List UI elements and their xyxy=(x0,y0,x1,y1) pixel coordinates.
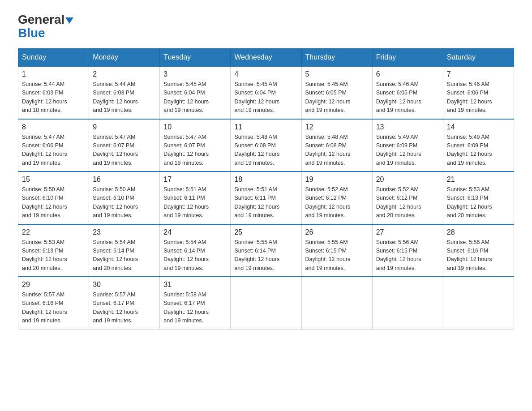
day-info: Sunrise: 5:57 AMSunset: 6:16 PMDaylight:… xyxy=(22,291,67,324)
day-number: 12 xyxy=(305,123,369,131)
calendar-cell: 31 Sunrise: 5:58 AMSunset: 6:17 PMDaylig… xyxy=(160,277,231,329)
calendar-cell: 17 Sunrise: 5:51 AMSunset: 6:11 PMDaylig… xyxy=(160,171,231,224)
day-number: 31 xyxy=(163,281,227,289)
calendar-cell xyxy=(443,277,514,329)
day-number: 2 xyxy=(93,70,156,78)
weekday-header-thursday: Thursday xyxy=(301,49,372,67)
day-number: 4 xyxy=(234,70,297,78)
calendar-cell: 5 Sunrise: 5:45 AMSunset: 6:05 PMDayligh… xyxy=(301,66,372,119)
day-number: 1 xyxy=(22,70,85,78)
calendar-cell: 22 Sunrise: 5:53 AMSunset: 6:13 PMDaylig… xyxy=(18,224,89,277)
calendar-cell: 29 Sunrise: 5:57 AMSunset: 6:16 PMDaylig… xyxy=(18,277,89,329)
day-info: Sunrise: 5:54 AMSunset: 6:14 PMDaylight:… xyxy=(163,239,209,271)
calendar-cell: 10 Sunrise: 5:47 AMSunset: 6:07 PMDaylig… xyxy=(160,119,231,172)
day-number: 23 xyxy=(93,228,156,236)
calendar-cell: 21 Sunrise: 5:53 AMSunset: 6:13 PMDaylig… xyxy=(443,171,514,224)
day-number: 27 xyxy=(376,228,439,236)
page-header: General Blue xyxy=(18,13,514,39)
day-info: Sunrise: 5:49 AMSunset: 6:09 PMDaylight:… xyxy=(376,134,421,166)
day-info: Sunrise: 5:45 AMSunset: 6:04 PMDaylight:… xyxy=(234,81,279,113)
day-info: Sunrise: 5:55 AMSunset: 6:14 PMDaylight:… xyxy=(234,239,279,271)
calendar-cell: 8 Sunrise: 5:47 AMSunset: 6:06 PMDayligh… xyxy=(18,119,89,172)
day-info: Sunrise: 5:56 AMSunset: 6:16 PMDaylight:… xyxy=(447,239,492,271)
day-info: Sunrise: 5:48 AMSunset: 6:08 PMDaylight:… xyxy=(234,134,279,166)
day-number: 28 xyxy=(447,228,510,236)
calendar-cell: 4 Sunrise: 5:45 AMSunset: 6:04 PMDayligh… xyxy=(231,66,301,119)
day-info: Sunrise: 5:52 AMSunset: 6:12 PMDaylight:… xyxy=(376,186,421,218)
calendar-cell: 3 Sunrise: 5:45 AMSunset: 6:04 PMDayligh… xyxy=(160,66,231,119)
logo-general: General xyxy=(18,13,73,26)
calendar-cell: 13 Sunrise: 5:49 AMSunset: 6:09 PMDaylig… xyxy=(372,119,443,172)
calendar-table: SundayMondayTuesdayWednesdayThursdayFrid… xyxy=(18,48,514,330)
day-number: 30 xyxy=(93,281,156,289)
day-number: 22 xyxy=(22,228,85,236)
logo-blue: Blue xyxy=(18,27,45,39)
week-row-2: 8 Sunrise: 5:47 AMSunset: 6:06 PMDayligh… xyxy=(18,119,514,172)
calendar-cell: 7 Sunrise: 5:46 AMSunset: 6:06 PMDayligh… xyxy=(443,66,514,119)
day-number: 8 xyxy=(22,123,85,131)
day-number: 20 xyxy=(376,176,439,184)
weekday-header-saturday: Saturday xyxy=(443,49,514,67)
day-info: Sunrise: 5:47 AMSunset: 6:06 PMDaylight:… xyxy=(22,134,67,166)
day-info: Sunrise: 5:53 AMSunset: 6:13 PMDaylight:… xyxy=(22,239,67,271)
day-info: Sunrise: 5:47 AMSunset: 6:07 PMDaylight:… xyxy=(93,134,138,166)
weekday-header-sunday: Sunday xyxy=(18,49,89,67)
calendar-cell: 15 Sunrise: 5:50 AMSunset: 6:10 PMDaylig… xyxy=(18,171,89,224)
calendar-cell: 19 Sunrise: 5:52 AMSunset: 6:12 PMDaylig… xyxy=(301,171,372,224)
day-number: 9 xyxy=(93,123,156,131)
calendar-cell: 18 Sunrise: 5:51 AMSunset: 6:11 PMDaylig… xyxy=(231,171,301,224)
day-number: 3 xyxy=(163,70,227,78)
day-number: 29 xyxy=(22,281,85,289)
day-info: Sunrise: 5:47 AMSunset: 6:07 PMDaylight:… xyxy=(163,134,209,166)
day-number: 15 xyxy=(22,176,85,184)
day-info: Sunrise: 5:44 AMSunset: 6:03 PMDaylight:… xyxy=(93,81,138,113)
day-info: Sunrise: 5:46 AMSunset: 6:05 PMDaylight:… xyxy=(376,81,421,113)
calendar-cell: 9 Sunrise: 5:47 AMSunset: 6:07 PMDayligh… xyxy=(89,119,160,172)
calendar-cell xyxy=(372,277,443,329)
day-number: 13 xyxy=(376,123,439,131)
calendar-cell: 20 Sunrise: 5:52 AMSunset: 6:12 PMDaylig… xyxy=(372,171,443,224)
day-info: Sunrise: 5:45 AMSunset: 6:04 PMDaylight:… xyxy=(163,81,209,113)
weekday-header-tuesday: Tuesday xyxy=(160,49,231,67)
day-info: Sunrise: 5:54 AMSunset: 6:14 PMDaylight:… xyxy=(93,239,138,271)
calendar-cell: 25 Sunrise: 5:55 AMSunset: 6:14 PMDaylig… xyxy=(231,224,301,277)
calendar-cell: 27 Sunrise: 5:56 AMSunset: 6:15 PMDaylig… xyxy=(372,224,443,277)
day-number: 14 xyxy=(447,123,510,131)
calendar-header-row: SundayMondayTuesdayWednesdayThursdayFrid… xyxy=(18,49,514,67)
calendar-cell xyxy=(301,277,372,329)
day-number: 21 xyxy=(447,176,510,184)
week-row-1: 1 Sunrise: 5:44 AMSunset: 6:03 PMDayligh… xyxy=(18,66,514,119)
day-number: 24 xyxy=(163,228,227,236)
day-info: Sunrise: 5:49 AMSunset: 6:09 PMDaylight:… xyxy=(447,134,492,166)
week-row-5: 29 Sunrise: 5:57 AMSunset: 6:16 PMDaylig… xyxy=(18,277,514,329)
day-info: Sunrise: 5:58 AMSunset: 6:17 PMDaylight:… xyxy=(163,291,209,324)
calendar-cell: 12 Sunrise: 5:48 AMSunset: 6:08 PMDaylig… xyxy=(301,119,372,172)
day-info: Sunrise: 5:51 AMSunset: 6:11 PMDaylight:… xyxy=(163,186,209,218)
day-info: Sunrise: 5:50 AMSunset: 6:10 PMDaylight:… xyxy=(93,186,138,218)
day-number: 25 xyxy=(234,228,297,236)
day-info: Sunrise: 5:57 AMSunset: 6:17 PMDaylight:… xyxy=(93,291,138,324)
calendar-cell: 16 Sunrise: 5:50 AMSunset: 6:10 PMDaylig… xyxy=(89,171,160,224)
day-number: 10 xyxy=(163,123,227,131)
calendar-cell: 26 Sunrise: 5:55 AMSunset: 6:15 PMDaylig… xyxy=(301,224,372,277)
day-number: 16 xyxy=(93,176,156,184)
calendar-cell: 28 Sunrise: 5:56 AMSunset: 6:16 PMDaylig… xyxy=(443,224,514,277)
day-number: 5 xyxy=(305,70,369,78)
calendar-cell: 30 Sunrise: 5:57 AMSunset: 6:17 PMDaylig… xyxy=(89,277,160,329)
logo-triangle-icon xyxy=(65,17,73,24)
day-info: Sunrise: 5:44 AMSunset: 6:03 PMDaylight:… xyxy=(22,81,67,113)
logo: General Blue xyxy=(18,13,73,39)
calendar-cell: 2 Sunrise: 5:44 AMSunset: 6:03 PMDayligh… xyxy=(89,66,160,119)
calendar-cell: 6 Sunrise: 5:46 AMSunset: 6:05 PMDayligh… xyxy=(372,66,443,119)
calendar-cell: 1 Sunrise: 5:44 AMSunset: 6:03 PMDayligh… xyxy=(18,66,89,119)
calendar-cell: 14 Sunrise: 5:49 AMSunset: 6:09 PMDaylig… xyxy=(443,119,514,172)
week-row-4: 22 Sunrise: 5:53 AMSunset: 6:13 PMDaylig… xyxy=(18,224,514,277)
day-number: 7 xyxy=(447,70,510,78)
day-info: Sunrise: 5:55 AMSunset: 6:15 PMDaylight:… xyxy=(305,239,351,271)
day-number: 6 xyxy=(376,70,439,78)
calendar-cell: 24 Sunrise: 5:54 AMSunset: 6:14 PMDaylig… xyxy=(160,224,231,277)
day-number: 18 xyxy=(234,176,297,184)
calendar-cell: 11 Sunrise: 5:48 AMSunset: 6:08 PMDaylig… xyxy=(231,119,301,172)
weekday-header-wednesday: Wednesday xyxy=(231,49,301,67)
day-info: Sunrise: 5:56 AMSunset: 6:15 PMDaylight:… xyxy=(376,239,421,271)
